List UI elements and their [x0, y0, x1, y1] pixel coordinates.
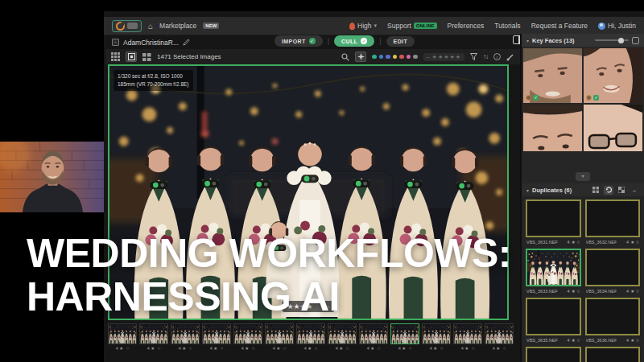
select-circle-icon[interactable]: ○ — [503, 346, 506, 351]
select-circle-icon[interactable]: ○ — [636, 239, 639, 245]
thumbnail-photo[interactable] — [359, 323, 388, 344]
duplicate-item[interactable]: VBS_3636.NEF 4 ★ ○ — [585, 298, 641, 344]
brush-icon[interactable] — [506, 53, 514, 61]
filter-funnel-icon[interactable] — [470, 53, 477, 60]
select-circle-icon[interactable]: ○ — [636, 337, 639, 343]
select-circle-icon[interactable]: ○ — [346, 346, 349, 351]
duplicate-item-partial[interactable] — [585, 347, 641, 362]
priority-dropdown[interactable]: High ▾ — [349, 22, 377, 30]
filmstrip-thumbnail[interactable]: 4 ★ ○ — [328, 323, 357, 359]
select-circle-icon[interactable]: ○ — [472, 346, 475, 351]
color-dot[interactable] — [372, 55, 377, 60]
filmstrip-thumbnail[interactable]: 4 ★ ○ — [139, 323, 168, 359]
filmstrip-thumbnail[interactable]: 4 ★ ○ — [296, 323, 325, 359]
face-focus-icon[interactable] — [526, 95, 531, 101]
filmstrip-thumbnail[interactable]: 4 ★ ○ — [359, 323, 388, 359]
select-circle-icon[interactable]: ○ — [189, 346, 192, 351]
duplicate-item[interactable]: VBS_3633.NEF 4 ★ ○ — [526, 249, 581, 295]
select-circle-icon[interactable]: ○ — [283, 346, 287, 351]
spray-ai-icon[interactable] — [355, 51, 366, 62]
select-circle-icon[interactable]: ○ — [315, 346, 318, 351]
face-thumbnail[interactable] — [523, 105, 582, 151]
duplicate-thumbnail[interactable] — [526, 249, 581, 286]
project-name[interactable]: AdamChristinaR... — [123, 39, 179, 47]
cull-button[interactable]: CULL ✓ — [334, 35, 374, 47]
filmstrip-thumbnail[interactable]: 4 ★ ○ — [233, 323, 262, 359]
duplicate-item-partial[interactable] — [526, 347, 581, 362]
cycle-icon[interactable] — [604, 186, 613, 195]
duplicate-thumbnail[interactable] — [585, 298, 641, 335]
duplicate-item[interactable]: VBS_3632.NEF 4 ★ ○ — [585, 200, 641, 246]
duplicate-thumbnail[interactable] — [526, 347, 581, 362]
minus-icon[interactable]: – — [630, 186, 639, 195]
import-button[interactable]: IMPORT ✓ — [275, 35, 323, 47]
list-view-icon[interactable] — [142, 53, 151, 61]
color-dot[interactable] — [393, 55, 398, 60]
request-feature-link[interactable]: Request a Feature — [531, 22, 588, 30]
edit-project-icon[interactable] — [183, 39, 190, 46]
thumbnail-photo[interactable] — [171, 323, 200, 344]
thumbnail-photo[interactable] — [390, 323, 419, 344]
single-image-view-icon[interactable] — [126, 51, 137, 62]
color-dot[interactable] — [386, 55, 390, 60]
select-circle-icon[interactable]: ○ — [577, 288, 580, 294]
thumbnail-photo[interactable] — [296, 323, 325, 344]
thumbnail-photo[interactable] — [202, 323, 231, 344]
select-circle-icon[interactable]: ○ — [409, 346, 412, 351]
info-icon[interactable]: i — [493, 53, 501, 60]
face-focus-icon[interactable] — [586, 95, 592, 101]
duplicate-item[interactable]: VBS_3635.NEF 4 ★ ○ — [526, 298, 581, 344]
filmstrip-thumbnail[interactable]: 4 ★ ○ — [390, 323, 419, 359]
aftershoot-logo[interactable] — [112, 20, 142, 32]
thumbnail-photo[interactable] — [422, 323, 451, 344]
support-link[interactable]: Support ONLINE — [387, 22, 436, 30]
search-icon[interactable] — [341, 53, 349, 61]
select-circle-icon[interactable]: ○ — [252, 346, 255, 351]
checker-icon[interactable] — [617, 186, 626, 195]
color-dot[interactable] — [399, 55, 404, 60]
face-approve-icon[interactable]: ✓ — [593, 95, 599, 101]
color-dot[interactable] — [379, 55, 384, 60]
face-thumbnail[interactable]: ✓ — [523, 48, 582, 103]
select-circle-icon[interactable]: ○ — [221, 346, 224, 351]
select-circle-icon[interactable]: ○ — [636, 288, 639, 294]
filmstrip-thumbnail[interactable]: 4 ★ ○ — [202, 323, 231, 359]
thumbnail-photo[interactable] — [233, 323, 262, 344]
section-collapse-handle[interactable]: ▾ — [576, 172, 590, 181]
duplicate-thumbnail[interactable] — [585, 249, 641, 286]
star-rating-filter[interactable]: – ★★★★★ — [423, 53, 464, 61]
duplicate-item[interactable]: VBS_3631.NEF 4 ★ ○ — [526, 200, 581, 246]
face-thumbnail[interactable] — [584, 105, 642, 151]
color-dot[interactable] — [407, 55, 411, 60]
filmstrip-thumbnail[interactable]: 4 ★ ○ — [453, 323, 482, 359]
key-faces-header[interactable]: ▾ Key Faces (13) — [522, 34, 644, 47]
filmstrip-thumbnail[interactable]: 4 ★ ○ — [422, 323, 451, 359]
duplicate-thumbnail[interactable] — [526, 200, 581, 237]
face-thumbnail[interactable]: ✓ — [584, 48, 642, 103]
thumbnail-photo[interactable] — [108, 323, 137, 344]
select-circle-icon[interactable]: ○ — [440, 346, 444, 351]
marketplace-link[interactable]: Marketplace — [159, 22, 196, 30]
thumbnail-photo[interactable] — [485, 323, 514, 344]
duplicates-header[interactable]: ▾ Duplicates (6) – — [522, 183, 644, 196]
compare-grid-icon[interactable] — [591, 186, 601, 195]
face-approve-icon[interactable]: ✓ — [533, 95, 539, 101]
select-circle-icon[interactable]: ○ — [577, 239, 580, 245]
tutorials-link[interactable]: Tutorials — [494, 22, 520, 30]
duplicate-thumbnail[interactable] — [526, 298, 581, 335]
grid-view-icon[interactable] — [111, 52, 120, 61]
select-circle-icon[interactable]: ○ — [158, 346, 161, 351]
face-size-slider[interactable] — [595, 39, 629, 41]
select-circle-icon[interactable]: ○ — [126, 346, 130, 351]
color-dot[interactable] — [413, 55, 418, 60]
filmstrip-thumbnail[interactable]: 4 ★ ○ — [485, 323, 514, 359]
filmstrip-thumbnail[interactable]: 4 ★ ○ — [265, 323, 294, 359]
preferences-link[interactable]: Preferences — [448, 22, 485, 30]
thumbnail-photo[interactable] — [265, 323, 294, 344]
thumbnail-photo[interactable] — [328, 323, 357, 344]
user-menu[interactable]: Hi, Justin — [598, 22, 636, 30]
project-checkbox[interactable]: – — [112, 39, 119, 46]
face-grid-icon[interactable] — [632, 37, 639, 44]
select-circle-icon[interactable]: ○ — [378, 346, 381, 351]
sort-icon[interactable]: ↑↓ — [483, 53, 488, 60]
